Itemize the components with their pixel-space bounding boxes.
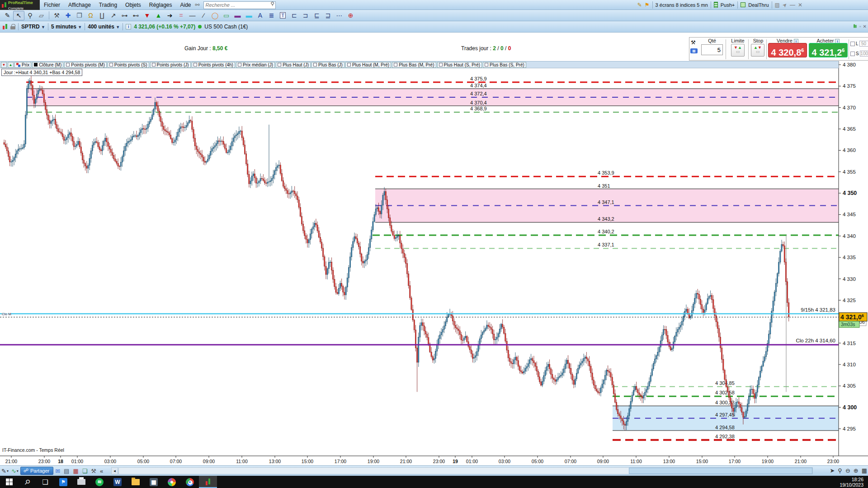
limit-checkbox[interactable] bbox=[850, 42, 855, 46]
dealthru-check-icon[interactable] bbox=[741, 2, 745, 7]
taskbar-app-printer[interactable] bbox=[72, 476, 90, 488]
s-points-value[interactable]: 100 bbox=[860, 51, 868, 57]
legend-item-plus-haut-m-pr[interactable]: Plus Haut (M, Pré) bbox=[345, 62, 391, 68]
panel-close-icon[interactable]: ✕ bbox=[863, 24, 867, 29]
legend-item-plus-haut-s-pr[interactable]: Plus Haut (S, Pré) bbox=[437, 62, 482, 68]
ruler-icon[interactable]: ▱ bbox=[36, 11, 47, 20]
limit-order-button[interactable]: ▼▲▭ bbox=[731, 44, 745, 57]
push-label[interactable]: Push+ bbox=[721, 2, 735, 8]
legend-scroll-up-button[interactable]: ▲ bbox=[8, 62, 14, 68]
taskbar-app-word[interactable]: W bbox=[108, 476, 127, 488]
legend-item-points-pivots-j[interactable]: Points pivots (J) bbox=[150, 62, 191, 68]
heatmap-icon[interactable]: ▦ bbox=[73, 468, 78, 474]
cursor-icon[interactable]: ↖ bbox=[13, 11, 24, 20]
chart-style-icon[interactable]: ∿▾ bbox=[11, 468, 19, 474]
legend-item-prix[interactable]: Prix bbox=[14, 62, 31, 68]
panel-chart-icon[interactable] bbox=[853, 24, 857, 28]
channel-d-icon[interactable]: ⊒ bbox=[322, 11, 334, 20]
units-dropdown[interactable]: 400 unités ▼ bbox=[88, 24, 120, 30]
link-icon[interactable]: ⚯ bbox=[195, 2, 200, 8]
stop-order-button[interactable]: ▲▼▭ bbox=[751, 44, 764, 57]
search-icon[interactable]: ⚲ bbox=[271, 1, 274, 7]
buy-button[interactable]: 4 321,26 bbox=[809, 43, 848, 57]
menu-aide[interactable]: Aide bbox=[176, 2, 195, 8]
legend-item-points-pivots-s[interactable]: Points pivots (S) bbox=[108, 62, 149, 68]
info-icon[interactable]: i bbox=[126, 24, 131, 29]
dotted-line-icon[interactable]: ⋯ bbox=[334, 11, 345, 20]
draw-tool-icon[interactable]: ✎▾ bbox=[1, 468, 9, 474]
menu-objets[interactable]: Objets bbox=[121, 2, 145, 8]
collapse-icon[interactable]: « bbox=[100, 468, 103, 474]
taskbar-app-paint[interactable] bbox=[163, 476, 181, 488]
legend-item-plus-haut-j[interactable]: Plus Haut (J) bbox=[276, 62, 311, 68]
taskbar-clock[interactable]: 18:26 19/10/2023 bbox=[840, 477, 863, 488]
taskbar-app-search[interactable]: ⚲ bbox=[18, 476, 36, 488]
alert-bell-icon[interactable]: Ω bbox=[85, 11, 96, 20]
search-input[interactable] bbox=[203, 1, 276, 9]
settings-wrench-icon[interactable]: ⚒ bbox=[91, 468, 96, 474]
legend-item-plus-bas-j[interactable]: Plus Bas (J) bbox=[311, 62, 344, 68]
sell-button[interactable]: 4 320,86 bbox=[768, 43, 807, 57]
scroll-left-button[interactable]: ◂ bbox=[111, 467, 118, 474]
chat-icon[interactable]: ✉ bbox=[55, 468, 60, 474]
ellipse-icon[interactable]: ◯ bbox=[209, 11, 221, 20]
copy-icon[interactable]: ❐ bbox=[74, 11, 85, 20]
tools-icon[interactable]: ⚒ bbox=[51, 11, 62, 20]
legend-item-points-pivots-m[interactable]: Points pivots (M) bbox=[64, 62, 106, 68]
panel-restore-icon[interactable]: ▫ bbox=[859, 24, 861, 29]
move-icon[interactable]: ✚ bbox=[62, 11, 74, 20]
channel-a-icon[interactable]: ⊏ bbox=[288, 11, 300, 20]
menu-fichier[interactable]: Fichier bbox=[40, 2, 64, 8]
stop-checkbox[interactable] bbox=[850, 52, 855, 56]
watchlist-icon[interactable]: ▤ bbox=[64, 468, 69, 474]
flag-icon[interactable]: ⚑ bbox=[645, 2, 650, 8]
lock-icon[interactable] bbox=[10, 24, 15, 29]
timeframe-dropdown[interactable]: 5 minutes ▼ bbox=[51, 24, 82, 30]
sell-arrow-icon[interactable]: ▼ bbox=[142, 11, 153, 20]
oblique-line-icon[interactable]: ∕ bbox=[198, 11, 209, 20]
dealthru-label[interactable]: DealThru bbox=[748, 2, 769, 8]
continue-arrow-icon[interactable]: ➔ bbox=[164, 11, 175, 20]
crosshair-icon[interactable]: ⊕ bbox=[345, 11, 356, 20]
zoom-fit-icon[interactable]: ⚲ bbox=[838, 467, 842, 474]
minimize-icon[interactable]: — bbox=[790, 2, 795, 8]
taskbar-app-store[interactable]: ⚑ bbox=[54, 476, 72, 488]
edit-mode-icon[interactable]: ▨ bbox=[775, 2, 780, 8]
pointer-icon[interactable]: ➤ bbox=[830, 467, 835, 474]
panel-settings-wrench-icon[interactable]: ⚒ bbox=[691, 39, 696, 46]
menu-trading[interactable]: Trading bbox=[95, 2, 121, 8]
chart-canvas[interactable]: 4 374,44 370,44 3514 343,24 300,334 294,… bbox=[0, 61, 868, 466]
legend-scroll-down-button[interactable]: ▼ bbox=[1, 62, 7, 68]
zoom-out-icon[interactable]: ⊖ bbox=[845, 467, 850, 474]
legend-item-prix-m-dian-j[interactable]: Prix médian (J) bbox=[236, 62, 275, 68]
zoom-icon[interactable]: ⚲ bbox=[24, 11, 36, 20]
chart-scrollbar-track[interactable] bbox=[118, 467, 813, 474]
channel-b-icon[interactable]: ⊐ bbox=[300, 11, 311, 20]
text-box-icon[interactable]: T bbox=[277, 11, 288, 20]
notes-pen-icon[interactable]: ✎ bbox=[637, 2, 642, 8]
l-points-value[interactable]: 50 bbox=[859, 41, 868, 47]
taskbar-app-calculator[interactable]: ▦ bbox=[145, 476, 163, 488]
paragraph-icon[interactable]: ≣ bbox=[266, 11, 277, 20]
menu-reglages[interactable]: Réglages bbox=[145, 2, 176, 8]
qty-input[interactable] bbox=[701, 44, 723, 55]
chart-type-icon[interactable]: ▦ bbox=[862, 467, 867, 474]
share-button[interactable]: ☍ Partager bbox=[20, 467, 53, 475]
zoom-in-icon[interactable]: ⊕ bbox=[854, 467, 859, 474]
legend-item-plus-bas-m-pr[interactable]: Plus Bas (M, Pré) bbox=[392, 62, 436, 68]
taskbar-app-chrome[interactable] bbox=[181, 476, 199, 488]
text-annotation-icon[interactable]: A bbox=[255, 11, 266, 20]
buy-arrow-icon[interactable]: ▲ bbox=[153, 11, 164, 20]
pencil-icon[interactable]: ✎ bbox=[2, 11, 13, 20]
trash-icon[interactable]: ∐ bbox=[96, 11, 108, 20]
symbol-dropdown[interactable]: SPTRD ▼ bbox=[21, 24, 45, 30]
legend-item-plus-bas-s-pr[interactable]: Plus Bas (S, Pré) bbox=[483, 62, 526, 68]
parallel-lines-icon[interactable]: = bbox=[175, 11, 187, 20]
channel-c-icon[interactable]: ⊑ bbox=[311, 11, 322, 20]
legend-item-points-pivots-4h[interactable]: Points pivots (4h) bbox=[192, 62, 235, 68]
chart-type-candles-icon[interactable] bbox=[2, 23, 8, 30]
rectangle-icon[interactable]: ▭ bbox=[221, 11, 232, 20]
window-icon[interactable]: ❏ bbox=[82, 468, 88, 474]
horizontal-line-icon[interactable]: — bbox=[187, 11, 198, 20]
close-icon[interactable]: ✕ bbox=[798, 2, 802, 8]
